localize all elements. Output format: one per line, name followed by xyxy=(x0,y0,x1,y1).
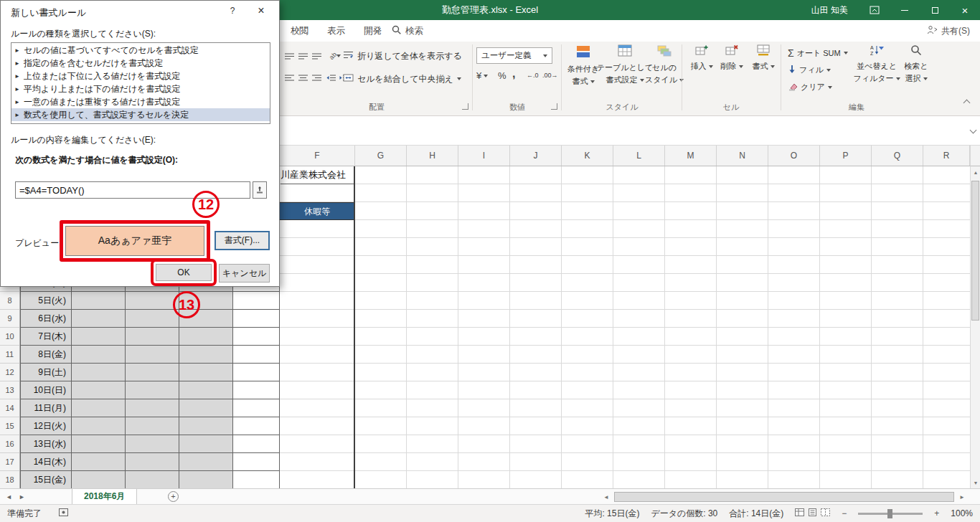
tab-view[interactable]: 表示 xyxy=(318,20,354,42)
cell[interactable] xyxy=(72,399,126,417)
cell[interactable] xyxy=(126,346,179,364)
row-header[interactable]: 14 xyxy=(0,399,19,417)
fill-button[interactable]: フィル xyxy=(788,65,831,75)
close-icon[interactable]: × xyxy=(249,1,273,21)
cell[interactable] xyxy=(72,310,126,328)
increase-decimal-button[interactable]: ←.0 xyxy=(527,72,539,79)
merge-center-button[interactable]: セルを結合して中央揃え xyxy=(343,70,461,87)
delete-cells-button[interactable]: 削除 xyxy=(717,44,746,72)
cell[interactable] xyxy=(233,381,280,399)
cell[interactable] xyxy=(72,417,126,435)
cancel-button[interactable]: キャンセル xyxy=(219,264,270,283)
alignment-dialog-launcher-icon[interactable] xyxy=(462,103,468,110)
cell[interactable] xyxy=(233,364,280,381)
cell[interactable] xyxy=(179,471,233,488)
format-as-table-button[interactable]: テーブルとして 書式設定 xyxy=(603,44,647,85)
hscroll-right-icon[interactable]: ► xyxy=(957,492,967,502)
cell[interactable] xyxy=(233,328,280,346)
cell[interactable] xyxy=(179,453,233,471)
cell[interactable] xyxy=(126,435,179,453)
next-sheet-icon[interactable]: ► xyxy=(19,489,25,505)
minimize-button[interactable] xyxy=(890,0,920,20)
cell-date[interactable]: 10日(日) xyxy=(20,381,72,399)
add-sheet-button[interactable]: + xyxy=(168,491,179,502)
sheet-tab-active[interactable]: 2018年6月 xyxy=(72,489,137,504)
cell[interactable] xyxy=(233,292,280,310)
column-header[interactable]: R xyxy=(923,146,970,166)
cell[interactable] xyxy=(233,346,280,364)
company-name-cell[interactable]: 川産業株式会社 xyxy=(281,166,354,184)
cell-date[interactable]: 11日(月) xyxy=(20,399,72,417)
insert-cells-button[interactable]: 挿入 xyxy=(687,44,716,72)
scroll-up-icon[interactable]: ▲ xyxy=(971,166,980,178)
number-format-dropdown[interactable]: ユーザー定義 xyxy=(476,47,552,64)
decrease-indent-icon[interactable] xyxy=(324,70,337,85)
zoom-level[interactable]: 100% xyxy=(951,508,973,518)
cell[interactable] xyxy=(233,417,280,435)
column-header[interactable]: I xyxy=(458,146,510,166)
cell[interactable] xyxy=(179,364,233,381)
cell[interactable] xyxy=(126,471,179,488)
cell[interactable] xyxy=(179,328,233,346)
cell[interactable] xyxy=(72,453,126,471)
row-header[interactable]: 9 xyxy=(0,310,19,328)
vertical-scrollbar[interactable]: ▲ ▼ xyxy=(970,166,980,488)
conditional-formatting-button[interactable]: 条件付き 書式 xyxy=(565,44,601,87)
column-header[interactable]: L xyxy=(613,146,665,166)
column-header[interactable]: H xyxy=(407,146,458,166)
macro-record-icon[interactable] xyxy=(59,508,68,518)
column-header[interactable]: N xyxy=(717,146,768,166)
collapse-dialog-button[interactable] xyxy=(253,181,267,199)
cell[interactable] xyxy=(233,310,280,328)
cell-date[interactable]: 7日(木) xyxy=(20,328,72,346)
rule-type-option[interactable]: ►上位または下位に入る値だけを書式設定 xyxy=(11,70,270,82)
align-top-icon[interactable] xyxy=(283,49,296,63)
help-icon[interactable]: ? xyxy=(222,1,243,21)
row-header[interactable]: 12 xyxy=(0,364,19,381)
ok-button[interactable]: OK xyxy=(156,264,212,281)
text-orientation-icon[interactable]: ab xyxy=(326,49,344,63)
format-button[interactable]: 書式(F)... xyxy=(215,231,270,250)
cell-date[interactable]: 5日(火) xyxy=(20,292,72,310)
page-break-view-icon[interactable] xyxy=(821,508,830,518)
cell-date[interactable]: 6日(水) xyxy=(20,310,72,328)
tell-me-search[interactable]: 検索 xyxy=(392,20,423,42)
find-select-button[interactable]: 検索と 選択 xyxy=(900,44,933,84)
expand-formula-bar-icon[interactable] xyxy=(970,127,977,134)
cell[interactable] xyxy=(179,417,233,435)
ribbon-display-options-icon[interactable] xyxy=(859,0,890,20)
rule-type-option[interactable]: ►セルの値に基づいてすべてのセルを書式設定 xyxy=(11,44,270,57)
cell[interactable] xyxy=(72,364,126,381)
cell[interactable] xyxy=(126,310,179,328)
percent-style-button[interactable]: % xyxy=(498,70,507,81)
column-header[interactable]: Q xyxy=(872,146,923,166)
cell-date[interactable]: 12日(火) xyxy=(20,417,72,435)
scroll-down-icon[interactable]: ▼ xyxy=(971,477,980,488)
cell[interactable] xyxy=(179,381,233,399)
cell[interactable] xyxy=(126,453,179,471)
cell[interactable] xyxy=(233,471,280,488)
column-header[interactable]: P xyxy=(820,146,872,166)
tab-developer[interactable]: 開発 xyxy=(354,20,391,42)
cell[interactable] xyxy=(126,364,179,381)
cell[interactable] xyxy=(72,292,126,310)
cell[interactable] xyxy=(72,346,126,364)
currency-format-button[interactable]: ¥ xyxy=(476,70,488,81)
cell[interactable] xyxy=(233,435,280,453)
cell[interactable] xyxy=(72,381,126,399)
align-middle-icon[interactable] xyxy=(296,49,309,63)
cell[interactable] xyxy=(126,399,179,417)
row-header[interactable]: 16 xyxy=(0,435,19,453)
cell-date[interactable]: 9日(土) xyxy=(20,364,72,381)
cell-date[interactable]: 8日(金) xyxy=(20,346,72,364)
vertical-scroll-thumb[interactable] xyxy=(971,181,979,321)
align-bottom-icon[interactable] xyxy=(310,49,323,63)
cell[interactable] xyxy=(179,346,233,364)
format-cells-button[interactable]: 書式 xyxy=(749,44,778,72)
rule-type-option[interactable]: ►一意の値または重複する値だけ書式設定 xyxy=(11,95,270,108)
cell[interactable] xyxy=(179,435,233,453)
cell-date[interactable]: 15日(金) xyxy=(20,471,72,488)
zoom-slider-thumb[interactable] xyxy=(887,509,892,518)
horizontal-scroll-thumb[interactable] xyxy=(614,492,954,502)
cell[interactable] xyxy=(233,453,280,471)
